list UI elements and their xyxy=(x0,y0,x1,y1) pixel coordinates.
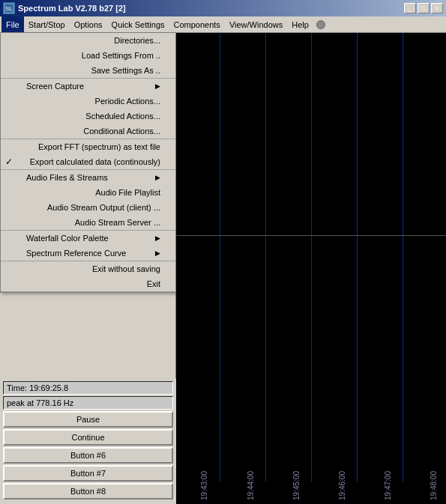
menu-item-help[interactable]: Help xyxy=(287,16,313,32)
submenu-arrow: ▶ xyxy=(155,249,160,257)
button6[interactable]: Button #6 xyxy=(3,447,173,464)
menu-load-settings[interactable]: Load Settings From .. xyxy=(1,48,175,63)
submenu-arrow: ▶ xyxy=(155,234,160,242)
spectrum-panel: 19:43:00 19:44:00 19:45:00 19:46:00 19:4… xyxy=(176,33,446,504)
menu-export-fft[interactable]: Export FFT (spectrum) as text file xyxy=(1,139,175,154)
time-label-6: 19:48:00 xyxy=(430,471,438,500)
menu-audio-stream-server[interactable]: Audio Stream Server ... xyxy=(1,215,175,230)
menu-item-file[interactable]: File xyxy=(1,16,24,32)
menu-waterfall-color-palette[interactable]: Waterfall Color Palette ▶ xyxy=(1,231,175,246)
menu-section-5: Waterfall Color Palette ▶ Spectrum Refer… xyxy=(1,231,175,261)
button8[interactable]: Button #8 xyxy=(3,483,173,500)
submenu-arrow: ▶ xyxy=(155,174,160,181)
grid-line-3 xyxy=(311,33,312,482)
menu-bar: File Start/Stop Options Quick Settings C… xyxy=(0,16,446,33)
svg-text:SL: SL xyxy=(5,5,13,12)
app-icon: SL xyxy=(3,2,15,14)
menu-conditional-actions[interactable]: Conditional Actions... xyxy=(1,124,175,139)
menu-section-3: Export FFT (spectrum) as text file ✓ Exp… xyxy=(1,139,175,170)
menu-section-2: Screen Capture ▶ Periodic Actions... Sch… xyxy=(1,79,175,139)
left-panel: Directories... Load Settings From .. Sav… xyxy=(0,33,176,504)
menu-save-settings[interactable]: Save Settings As .. xyxy=(1,63,175,78)
time-label-5: 19:47:00 xyxy=(384,471,392,500)
minimize-button[interactable]: _ xyxy=(404,3,416,13)
grid-line-1 xyxy=(220,33,220,482)
grid-line-5 xyxy=(403,33,403,482)
title-bar: SL Spectrum Lab V2.78 b27 [2] _ □ × xyxy=(0,0,446,16)
menu-exit[interactable]: Exit xyxy=(1,276,175,291)
menu-periodic-actions[interactable]: Periodic Actions... xyxy=(1,94,175,109)
continue-button[interactable]: Continue xyxy=(3,429,173,446)
bottom-status-panel: Time: 19:69:25.8 peak at 778.16 Hz Pause… xyxy=(0,378,176,504)
spectrum-canvas: 19:43:00 19:44:00 19:45:00 19:46:00 19:4… xyxy=(176,33,446,504)
menu-export-calculated[interactable]: ✓ Export calculated data (continously) xyxy=(1,154,175,169)
menu-audio-files-streams[interactable]: Audio Files & Streams ▶ xyxy=(1,170,175,185)
time-label-1: 19:43:00 xyxy=(200,471,208,500)
time-label-2: 19:44:00 xyxy=(247,471,255,500)
peak-display: peak at 778.16 Hz xyxy=(3,396,173,410)
menu-item-components[interactable]: Components xyxy=(169,16,225,32)
menu-section-1: Directories... Load Settings From .. Sav… xyxy=(1,33,175,79)
menu-audio-stream-output[interactable]: Audio Stream Output (client) ... xyxy=(1,200,175,215)
menu-section-4: Audio Files & Streams ▶ Audio File Playl… xyxy=(1,170,175,231)
menu-screen-capture[interactable]: Screen Capture ▶ xyxy=(1,79,175,94)
status-led xyxy=(316,20,325,29)
menu-item-startstop[interactable]: Start/Stop xyxy=(24,16,70,32)
menu-audio-file-playlist[interactable]: Audio File Playlist xyxy=(1,185,175,200)
menu-directories[interactable]: Directories... xyxy=(1,33,175,48)
menu-spectrum-reference-curve[interactable]: Spectrum Reference Curve ▶ xyxy=(1,246,175,261)
menu-item-quicksettings[interactable]: Quick Settings xyxy=(107,16,169,32)
menu-section-6: Exit without saving Exit xyxy=(1,261,175,292)
file-dropdown-menu: Directories... Load Settings From .. Sav… xyxy=(0,33,176,293)
h-grid-line xyxy=(176,235,446,236)
menu-item-viewwindows[interactable]: View/Windows xyxy=(225,16,287,32)
time-display: Time: 19:69:25.8 xyxy=(3,381,173,395)
menu-exit-without-saving[interactable]: Exit without saving xyxy=(1,261,175,276)
pause-button[interactable]: Pause xyxy=(3,411,173,428)
time-label-4: 19:46:00 xyxy=(338,471,346,500)
menu-scheduled-actions[interactable]: Scheduled Actions... xyxy=(1,109,175,124)
window-title: Spectrum Lab V2.78 b27 [2] xyxy=(18,4,401,13)
close-button[interactable]: × xyxy=(431,3,443,13)
submenu-arrow: ▶ xyxy=(155,82,160,90)
grid-line-4 xyxy=(357,33,358,482)
maximize-button[interactable]: □ xyxy=(418,3,430,13)
menu-item-options[interactable]: Options xyxy=(70,16,107,32)
time-label-3: 19:45:00 xyxy=(292,471,301,500)
button7[interactable]: Button #7 xyxy=(3,465,173,482)
main-content: Directories... Load Settings From .. Sav… xyxy=(0,33,446,504)
checkmark-icon: ✓ xyxy=(5,157,16,167)
title-buttons: _ □ × xyxy=(404,3,443,13)
grid-line-2 xyxy=(265,33,266,482)
